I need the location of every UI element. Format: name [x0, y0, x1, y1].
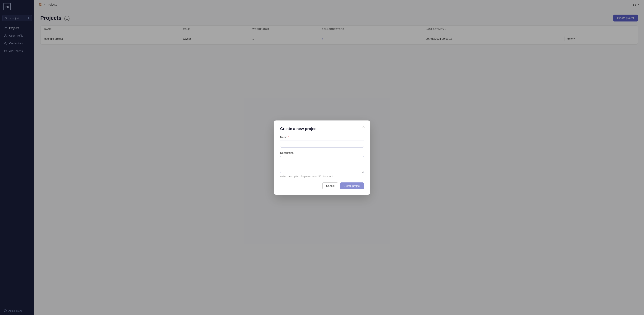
required-star: *	[288, 136, 288, 139]
modal-close-button[interactable]: ✕	[361, 124, 366, 130]
description-label: Description	[280, 151, 364, 154]
cancel-button[interactable]: Cancel	[322, 182, 338, 189]
description-form-group: Description A short description of a pro…	[280, 151, 364, 178]
modal-overlay: Create a new project ✕ Name* Description…	[0, 0, 644, 315]
modal-actions: Cancel Create project	[280, 182, 364, 189]
create-project-modal: Create a new project ✕ Name* Description…	[274, 120, 370, 195]
name-label: Name*	[280, 136, 364, 139]
description-hint: A short description of a project [max 24…	[280, 175, 364, 178]
modal-title: Create a new project	[280, 126, 364, 131]
name-form-group: Name*	[280, 136, 364, 148]
modal-create-project-button[interactable]: Create project	[340, 182, 364, 189]
project-description-textarea[interactable]	[280, 156, 364, 173]
project-name-input[interactable]	[280, 140, 364, 148]
